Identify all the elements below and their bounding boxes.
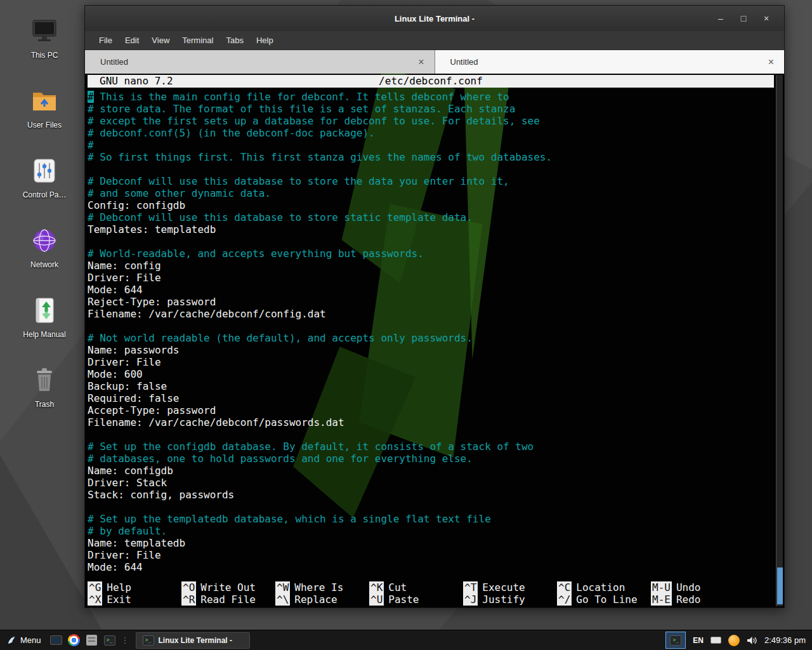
- menu-logo-icon: [6, 635, 16, 646]
- tab-close-icon[interactable]: ×: [418, 57, 434, 67]
- nano-line: Driver: Stack: [88, 477, 774, 489]
- nano-line: Name: configdb: [88, 465, 774, 477]
- shortcut-key: ^J: [463, 594, 478, 606]
- nano-line: # except the first sets up a database fo…: [88, 115, 774, 127]
- menu-tabs[interactable]: Tabs: [219, 36, 249, 45]
- computer-icon: [30, 18, 58, 47]
- tab-untitled-2[interactable]: Untitled ×: [435, 50, 785, 74]
- minimize-button[interactable]: –: [709, 6, 732, 31]
- nano-header: GNU nano 7.2 /etc/debconf.conf: [88, 75, 774, 88]
- book-icon: [30, 297, 58, 326]
- file-manager-launcher[interactable]: [83, 632, 101, 649]
- nano-line: [88, 428, 774, 441]
- shortcut-label: Redo: [676, 594, 701, 606]
- terminal-icon: >_: [143, 635, 154, 646]
- shortcut-key: M-E: [651, 594, 672, 606]
- nano-line: # Set up the templatedb database, which …: [88, 513, 774, 525]
- nano-shortcut: ^KCut: [369, 581, 463, 594]
- shortcut-key: ^X: [88, 594, 102, 606]
- nano-line: Mode: 600: [88, 368, 774, 380]
- close-button[interactable]: ×: [755, 6, 778, 31]
- monitor-icon: [50, 635, 62, 645]
- nano-line: Templates: templatedb: [88, 223, 774, 235]
- globe-icon: [30, 227, 58, 256]
- desktop-icon-help-manual[interactable]: Help Manual: [14, 297, 75, 339]
- keyboard-tray-icon[interactable]: [710, 637, 721, 644]
- shortcut-key: ^W: [275, 581, 290, 594]
- tab-label: Untitled: [85, 57, 128, 67]
- nano-shortcut: M-ERedo: [651, 594, 745, 606]
- tab-untitled-1[interactable]: Untitled ×: [85, 50, 435, 74]
- nano-line: Driver: File: [88, 272, 774, 284]
- shortcut-key: ^\: [275, 594, 290, 606]
- nano-file-path: /etc/debconf.conf: [379, 75, 483, 88]
- terminal-launcher[interactable]: >_: [101, 632, 119, 649]
- display-launcher[interactable]: [48, 632, 65, 649]
- menu-edit[interactable]: Edit: [119, 36, 145, 45]
- nano-shortcut: ^TExecute: [463, 581, 557, 594]
- tab-close-icon[interactable]: ×: [768, 57, 784, 67]
- browser-launcher[interactable]: [65, 632, 83, 649]
- chrome-icon: [68, 634, 80, 646]
- nano-line: # So first things first. This first stan…: [88, 151, 774, 163]
- shortcut-key: ^/: [557, 594, 572, 606]
- nano-shortcuts-top: ^GHelp^OWrite Out^WWhere Is^KCut^TExecut…: [88, 581, 774, 594]
- taskbar-window-button[interactable]: >_ Linux Lite Terminal -: [136, 632, 250, 649]
- desktop-icon-user-files[interactable]: User Files: [14, 88, 75, 129]
- menu-file[interactable]: File: [93, 36, 119, 45]
- taskbar-clock[interactable]: 2:49:36 pm: [764, 635, 806, 645]
- start-menu-button[interactable]: Menu: [0, 630, 48, 650]
- shortcut-label: Undo: [676, 581, 701, 594]
- updates-tray-icon[interactable]: [728, 635, 740, 646]
- desktop-icon-trash[interactable]: Trash: [14, 367, 75, 409]
- maximize-button[interactable]: □: [732, 6, 755, 31]
- shortcut-label: Go To Line: [576, 594, 637, 606]
- window-title: Linux Lite Terminal -: [85, 14, 784, 23]
- shortcut-label: Exit: [107, 594, 131, 606]
- nano-shortcut: ^RRead File: [181, 594, 275, 606]
- nano-shortcut: ^UPaste: [369, 594, 463, 606]
- shortcut-label: Location: [576, 581, 625, 594]
- terminal-scrollbar[interactable]: [776, 75, 783, 606]
- nano-line: Driver: File: [88, 549, 774, 561]
- menu-view[interactable]: View: [145, 36, 176, 45]
- nano-line: # store data. The format of this file is…: [88, 103, 774, 115]
- nano-shortcut: ^WWhere Is: [275, 581, 369, 594]
- tab-label: Untitled: [435, 57, 478, 67]
- desktop-icon-label: Help Manual: [23, 331, 65, 339]
- terminal-icon: >_: [670, 635, 681, 646]
- nano-line: Mode: 644: [88, 284, 774, 296]
- menu-help[interactable]: Help: [250, 36, 280, 45]
- nano-line: Filename: /var/cache/debconf/passwords.d…: [88, 416, 774, 428]
- keyboard-layout-indicator[interactable]: EN: [693, 636, 704, 645]
- shortcut-label: Paste: [388, 594, 419, 606]
- desktop-icon-label: This PC: [31, 51, 58, 60]
- shortcut-label: Where Is: [294, 581, 343, 594]
- nano-line: Required: false: [88, 392, 774, 404]
- volume-icon[interactable]: [747, 636, 757, 645]
- nano-line: # by default.: [88, 525, 774, 537]
- nano-line: # Debconf will use this database to stor…: [88, 175, 774, 187]
- nano-line: Name: templatedb: [88, 537, 774, 549]
- desktop-icon-network[interactable]: Network: [14, 227, 75, 269]
- nano-line: Accept-Type: password: [88, 404, 774, 416]
- window-titlebar[interactable]: Linux Lite Terminal - – □ ×: [85, 6, 784, 31]
- desktop-icon-control-panel[interactable]: Control Pa…: [14, 157, 75, 199]
- menu-terminal[interactable]: Terminal: [176, 36, 219, 45]
- desktop-icon-this-pc[interactable]: This PC: [14, 18, 75, 60]
- shortcut-key: ^O: [181, 581, 196, 594]
- terminal-tray-icon[interactable]: >_: [665, 632, 686, 649]
- nano-shortcut: ^GHelp: [88, 581, 181, 594]
- nano-line: [88, 163, 774, 175]
- tab-bar: Untitled × Untitled ×: [85, 50, 784, 74]
- nano-editor: GNU nano 7.2 /etc/debconf.conf # This is…: [85, 74, 784, 607]
- terminal-screen[interactable]: GNU nano 7.2 /etc/debconf.conf # This is…: [85, 74, 784, 607]
- desktop-icon-label: Trash: [35, 401, 54, 409]
- nano-shortcut: M-UUndo: [651, 581, 745, 594]
- terminal-icon: >_: [104, 635, 115, 646]
- scrollbar-thumb[interactable]: [777, 567, 783, 604]
- nano-line: [88, 320, 774, 332]
- menu-button-label: Menu: [20, 635, 41, 645]
- nano-shortcut: ^OWrite Out: [181, 581, 275, 594]
- nano-line: # World-readable, and accepts everything…: [88, 248, 774, 260]
